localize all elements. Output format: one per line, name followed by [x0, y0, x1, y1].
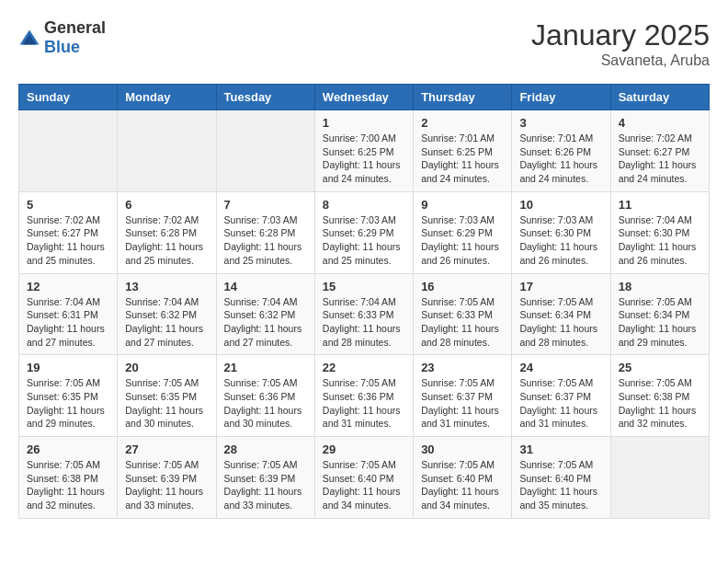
calendar-cell: 8Sunrise: 7:03 AMSunset: 6:29 PMDaylight… [314, 191, 413, 273]
logo-general-text: General [44, 18, 106, 37]
weekday-header-row: SundayMondayTuesdayWednesdayThursdayFrid… [19, 85, 710, 110]
calendar-cell [19, 110, 118, 192]
day-number: 16 [421, 280, 504, 293]
calendar-cell: 6Sunrise: 7:02 AMSunset: 6:28 PMDaylight… [118, 191, 216, 273]
day-number: 22 [323, 361, 405, 374]
day-number: 31 [519, 442, 602, 456]
day-number: 11 [619, 198, 701, 212]
day-info: Sunrise: 7:05 AMSunset: 6:35 PMDaylight:… [27, 376, 109, 431]
page-header: General Blue January 2025 Savaneta, Arub… [18, 18, 710, 69]
day-number: 26 [27, 442, 109, 456]
day-number: 29 [323, 442, 405, 456]
calendar-cell: 17Sunrise: 7:05 AMSunset: 6:34 PMDayligh… [512, 273, 610, 355]
calendar-cell: 19Sunrise: 7:05 AMSunset: 6:35 PMDayligh… [19, 355, 118, 437]
weekday-header-monday: Monday [118, 85, 216, 110]
calendar-cell: 10Sunrise: 7:03 AMSunset: 6:30 PMDayligh… [512, 191, 610, 273]
calendar-cell: 3Sunrise: 7:01 AMSunset: 6:26 PMDaylight… [512, 110, 610, 192]
calendar-cell: 31Sunrise: 7:05 AMSunset: 6:40 PMDayligh… [512, 437, 610, 519]
day-info: Sunrise: 7:05 AMSunset: 6:33 PMDaylight:… [421, 295, 504, 350]
weekday-header-sunday: Sunday [19, 85, 118, 110]
day-number: 13 [125, 280, 208, 293]
day-info: Sunrise: 7:05 AMSunset: 6:38 PMDaylight:… [619, 376, 701, 431]
day-info: Sunrise: 7:03 AMSunset: 6:28 PMDaylight:… [224, 213, 307, 268]
day-number: 28 [224, 442, 307, 456]
calendar-cell [610, 437, 709, 519]
calendar-cell: 2Sunrise: 7:01 AMSunset: 6:25 PMDaylight… [414, 110, 512, 192]
day-info: Sunrise: 7:05 AMSunset: 6:34 PMDaylight:… [619, 295, 701, 350]
calendar-cell: 15Sunrise: 7:04 AMSunset: 6:33 PMDayligh… [314, 273, 413, 355]
logo: General Blue [18, 18, 106, 57]
calendar-cell: 4Sunrise: 7:02 AMSunset: 6:27 PMDaylight… [610, 110, 709, 192]
day-info: Sunrise: 7:04 AMSunset: 6:31 PMDaylight:… [27, 295, 109, 350]
calendar-cell: 20Sunrise: 7:05 AMSunset: 6:35 PMDayligh… [118, 355, 216, 437]
calendar-cell: 21Sunrise: 7:05 AMSunset: 6:36 PMDayligh… [216, 355, 314, 437]
weekday-header-friday: Friday [512, 85, 610, 110]
day-info: Sunrise: 7:03 AMSunset: 6:29 PMDaylight:… [323, 213, 405, 268]
calendar-cell: 13Sunrise: 7:04 AMSunset: 6:32 PMDayligh… [118, 273, 216, 355]
day-number: 6 [125, 198, 208, 212]
day-info: Sunrise: 7:02 AMSunset: 6:27 PMDaylight:… [27, 213, 109, 268]
day-info: Sunrise: 7:00 AMSunset: 6:25 PMDaylight:… [323, 132, 405, 186]
weekday-header-thursday: Thursday [414, 85, 512, 110]
location-title: Savaneta, Aruba [531, 52, 710, 69]
day-number: 19 [27, 361, 109, 374]
weekday-header-wednesday: Wednesday [314, 85, 413, 110]
day-info: Sunrise: 7:01 AMSunset: 6:26 PMDaylight:… [519, 132, 602, 186]
day-info: Sunrise: 7:05 AMSunset: 6:36 PMDaylight:… [224, 376, 307, 431]
title-block: January 2025 Savaneta, Aruba [531, 18, 710, 69]
week-row-4: 19Sunrise: 7:05 AMSunset: 6:35 PMDayligh… [19, 355, 710, 437]
calendar-cell: 29Sunrise: 7:05 AMSunset: 6:40 PMDayligh… [314, 437, 413, 519]
week-row-1: 1Sunrise: 7:00 AMSunset: 6:25 PMDaylight… [19, 110, 710, 192]
weekday-header-saturday: Saturday [610, 85, 709, 110]
day-info: Sunrise: 7:01 AMSunset: 6:25 PMDaylight:… [421, 132, 504, 186]
day-info: Sunrise: 7:05 AMSunset: 6:34 PMDaylight:… [519, 295, 602, 350]
calendar-table: SundayMondayTuesdayWednesdayThursdayFrid… [18, 84, 710, 519]
day-info: Sunrise: 7:04 AMSunset: 6:32 PMDaylight:… [125, 295, 208, 350]
day-info: Sunrise: 7:04 AMSunset: 6:32 PMDaylight:… [224, 295, 307, 350]
day-number: 30 [421, 442, 504, 456]
calendar-cell: 24Sunrise: 7:05 AMSunset: 6:37 PMDayligh… [512, 355, 610, 437]
calendar-cell: 26Sunrise: 7:05 AMSunset: 6:38 PMDayligh… [19, 437, 118, 519]
day-number: 10 [519, 198, 602, 212]
calendar-cell: 22Sunrise: 7:05 AMSunset: 6:36 PMDayligh… [314, 355, 413, 437]
calendar-cell [216, 110, 314, 192]
day-info: Sunrise: 7:05 AMSunset: 6:40 PMDaylight:… [519, 458, 602, 512]
day-info: Sunrise: 7:05 AMSunset: 6:40 PMDaylight:… [323, 458, 405, 512]
calendar-cell: 23Sunrise: 7:05 AMSunset: 6:37 PMDayligh… [414, 355, 512, 437]
day-number: 27 [125, 442, 208, 456]
day-info: Sunrise: 7:05 AMSunset: 6:37 PMDaylight:… [421, 376, 504, 431]
week-row-5: 26Sunrise: 7:05 AMSunset: 6:38 PMDayligh… [19, 437, 710, 519]
day-number: 15 [323, 280, 405, 293]
day-info: Sunrise: 7:05 AMSunset: 6:36 PMDaylight:… [323, 376, 405, 431]
day-number: 5 [27, 198, 109, 212]
calendar-cell: 12Sunrise: 7:04 AMSunset: 6:31 PMDayligh… [19, 273, 118, 355]
day-number: 8 [323, 198, 405, 212]
week-row-3: 12Sunrise: 7:04 AMSunset: 6:31 PMDayligh… [19, 273, 710, 355]
day-number: 14 [224, 280, 307, 293]
day-number: 1 [323, 116, 405, 130]
day-info: Sunrise: 7:05 AMSunset: 6:40 PMDaylight:… [421, 458, 504, 512]
calendar-cell [118, 110, 216, 192]
day-info: Sunrise: 7:04 AMSunset: 6:30 PMDaylight:… [619, 213, 701, 268]
day-number: 9 [421, 198, 504, 212]
day-number: 21 [224, 361, 307, 374]
day-number: 20 [125, 361, 208, 374]
weekday-header-tuesday: Tuesday [216, 85, 314, 110]
day-number: 18 [619, 280, 701, 293]
logo-blue-text: Blue [44, 38, 80, 56]
day-number: 24 [519, 361, 602, 374]
day-info: Sunrise: 7:04 AMSunset: 6:33 PMDaylight:… [323, 295, 405, 350]
day-number: 12 [27, 280, 109, 293]
calendar-cell: 25Sunrise: 7:05 AMSunset: 6:38 PMDayligh… [610, 355, 709, 437]
day-number: 2 [421, 116, 504, 130]
calendar-cell: 30Sunrise: 7:05 AMSunset: 6:40 PMDayligh… [414, 437, 512, 519]
day-info: Sunrise: 7:02 AMSunset: 6:27 PMDaylight:… [619, 132, 701, 186]
day-number: 3 [519, 116, 602, 130]
calendar-cell: 5Sunrise: 7:02 AMSunset: 6:27 PMDaylight… [19, 191, 118, 273]
day-info: Sunrise: 7:03 AMSunset: 6:29 PMDaylight:… [421, 213, 504, 268]
day-info: Sunrise: 7:03 AMSunset: 6:30 PMDaylight:… [519, 213, 602, 268]
day-info: Sunrise: 7:05 AMSunset: 6:39 PMDaylight:… [224, 458, 307, 512]
day-number: 25 [619, 361, 701, 374]
calendar-cell: 27Sunrise: 7:05 AMSunset: 6:39 PMDayligh… [118, 437, 216, 519]
day-info: Sunrise: 7:05 AMSunset: 6:38 PMDaylight:… [27, 458, 109, 512]
